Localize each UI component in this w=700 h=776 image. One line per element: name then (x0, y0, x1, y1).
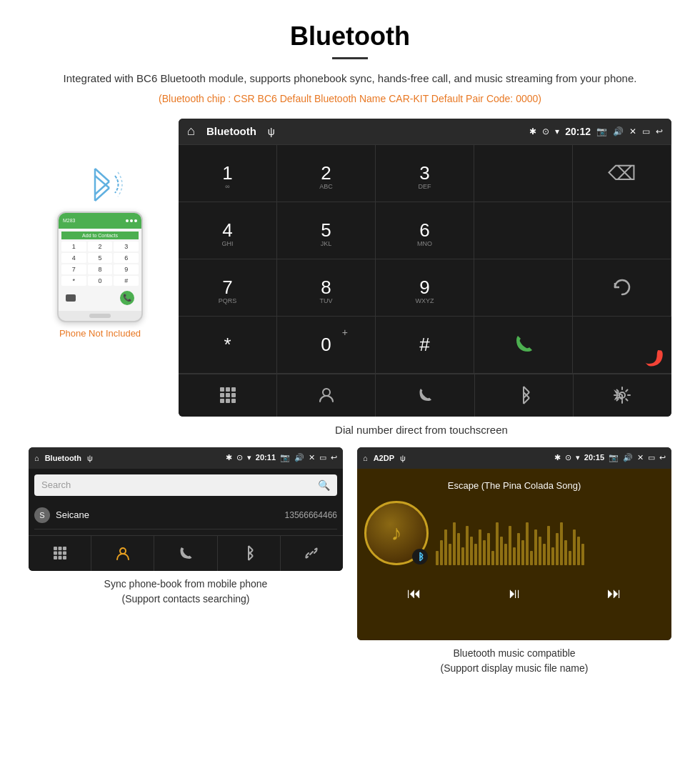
phonebook-screen: ⌂ Bluetooth ψ ✱ ⊙ ▾ 20:11 📷 🔊 ✕ ▭ ↩ (29, 447, 343, 571)
svg-rect-12 (226, 399, 230, 403)
svg-line-2 (95, 181, 109, 194)
contact-row[interactable]: S Seicane 13566664466 (34, 502, 337, 529)
pb-cam-icon[interactable]: 📷 (280, 453, 290, 462)
nav-phone-button[interactable] (376, 374, 474, 417)
pb-status-bar: ⌂ Bluetooth ψ ✱ ⊙ ▾ 20:11 📷 🔊 ✕ ▭ ↩ (29, 447, 343, 469)
nav-settings-button[interactable] (574, 374, 671, 417)
dial-end-button[interactable] (573, 317, 671, 374)
contact-number: 13566664466 (285, 510, 337, 520)
dial-status-bar: ⌂ Bluetooth ψ ✱ ⊙ ▾ 20:12 📷 🔊 ✕ ▭ ↩ (179, 119, 671, 144)
status-bar-right: ✱ ⊙ ▾ 20:12 📷 🔊 ✕ ▭ ↩ (529, 126, 663, 137)
music-back-icon[interactable]: ↩ (659, 453, 666, 462)
dial-key-hash[interactable]: # (376, 317, 474, 374)
dial-empty-3 (573, 202, 671, 259)
camera-icon[interactable]: 📷 (596, 126, 607, 136)
music-home-icon[interactable]: ⌂ (363, 454, 368, 462)
song-title: Escape (The Pina Colada Song) (448, 480, 581, 491)
dial-key-2[interactable]: 2 ABC (277, 145, 376, 202)
dialpad-grid: 1 ∞ 2 ABC 3 DEF ⌫ (179, 144, 671, 374)
pb-nav-bluetooth[interactable] (218, 536, 281, 571)
nav-contacts-button[interactable] (277, 374, 376, 417)
main-screen-caption: Dial number direct from touchscreen (171, 424, 671, 436)
svg-rect-9 (226, 393, 230, 397)
dial-empty-1 (474, 145, 573, 202)
play-pause-button[interactable]: ⏯ (500, 582, 529, 605)
pb-title: Bluetooth (45, 454, 81, 462)
pb-back-icon[interactable]: ↩ (331, 453, 337, 462)
volume-icon[interactable]: 🔊 (613, 126, 624, 136)
usb-icon: ψ (268, 126, 275, 137)
svg-rect-29 (63, 556, 66, 559)
music-screen: ⌂ A2DP ψ ✱ ⊙ ▾ 20:15 📷 🔊 ✕ ▭ ↩ (357, 447, 671, 640)
dial-key-7[interactable]: 7 PQRS (179, 259, 277, 317)
svg-rect-10 (231, 393, 236, 397)
nav-bluetooth-button[interactable] (475, 374, 574, 417)
dial-key-9[interactable]: 9 WXYZ (376, 259, 474, 317)
music-controls: ⏮ ⏯ ⏭ (364, 577, 664, 610)
music-status-bar: ⌂ A2DP ψ ✱ ⊙ ▾ 20:15 📷 🔊 ✕ ▭ ↩ (357, 447, 671, 469)
svg-rect-25 (58, 552, 61, 555)
pb-loc-icon: ⊙ (236, 453, 243, 462)
dial-call-button[interactable] (474, 317, 573, 374)
album-bluetooth-icon (412, 549, 428, 564)
music-bt-status-icon: ✱ (554, 453, 561, 462)
pb-bt-icon: ✱ (226, 453, 232, 462)
phone-container: M283 Add to Contacts 1 2 3 4 5 (29, 119, 171, 339)
search-bar[interactable]: Search 🔍 (34, 474, 337, 496)
svg-rect-22 (58, 547, 61, 550)
dial-key-4[interactable]: 4 GHI (179, 202, 277, 259)
music-close-icon[interactable]: ✕ (637, 453, 644, 462)
next-button[interactable]: ⏭ (600, 582, 629, 605)
music-win-icon[interactable]: ▭ (648, 453, 655, 462)
music-sig-icon: ▾ (576, 453, 580, 462)
pb-vol-icon[interactable]: 🔊 (294, 453, 304, 462)
pb-nav-phone[interactable] (154, 536, 217, 571)
window-icon[interactable]: ▭ (642, 126, 650, 136)
location-icon: ⊙ (542, 126, 549, 136)
pb-nav-contacts[interactable] (91, 536, 154, 571)
page-description: Integrated with BC6 Bluetooth module, su… (29, 71, 671, 87)
dial-key-6[interactable]: 6 MNO (376, 202, 474, 259)
prev-button[interactable]: ⏮ (400, 582, 429, 605)
svg-rect-27 (54, 556, 57, 559)
svg-rect-21 (54, 547, 57, 550)
music-caption: Bluetooth music compatible (Support disp… (441, 646, 589, 676)
pb-home-icon[interactable]: ⌂ (34, 454, 39, 462)
contact-name: Seicane (56, 509, 285, 520)
home-icon[interactable]: ⌂ (187, 124, 195, 139)
svg-rect-8 (220, 393, 224, 397)
bluetooth-signal-icon (75, 161, 125, 208)
pb-nav-dialpad[interactable] (29, 536, 91, 571)
pb-body: Search 🔍 S Seicane 13566664466 (29, 469, 343, 535)
music-vol-icon[interactable]: 🔊 (623, 453, 633, 462)
dial-key-5[interactable]: 5 JKL (277, 202, 376, 259)
pb-win-icon[interactable]: ▭ (319, 453, 326, 462)
close-icon[interactable]: ✕ (629, 126, 636, 136)
svg-rect-5 (220, 387, 224, 392)
svg-rect-7 (231, 387, 236, 392)
dial-key-8[interactable]: 8 TUV (277, 259, 376, 317)
music-usb-icon: ψ (400, 454, 406, 462)
dial-key-3[interactable]: 3 DEF (376, 145, 474, 202)
pb-nav-link[interactable] (281, 536, 343, 571)
svg-point-30 (120, 548, 126, 554)
music-cam-icon[interactable]: 📷 (609, 453, 619, 462)
nav-dialpad-button[interactable] (179, 374, 277, 417)
svg-rect-13 (231, 399, 236, 403)
phone-call-button[interactable]: 📞 (120, 291, 134, 305)
music-body: Escape (The Pina Colada Song) ♪ (357, 469, 671, 640)
pb-close-icon[interactable]: ✕ (309, 453, 315, 462)
album-art: ♪ (364, 501, 429, 565)
dial-key-1[interactable]: 1 ∞ (179, 145, 277, 202)
back-icon[interactable]: ↩ (656, 126, 663, 136)
dial-empty-2 (474, 202, 573, 259)
dial-empty-4 (474, 259, 573, 317)
dial-refresh-button[interactable] (573, 259, 671, 317)
dial-key-0[interactable]: 0 + (277, 317, 376, 374)
signal-icon: ▾ (555, 126, 559, 136)
dial-backspace[interactable]: ⌫ (573, 145, 671, 202)
dial-key-star[interactable]: * (179, 317, 277, 374)
time-display: 20:12 (565, 126, 591, 137)
svg-line-16 (524, 387, 529, 392)
svg-line-18 (524, 398, 529, 404)
